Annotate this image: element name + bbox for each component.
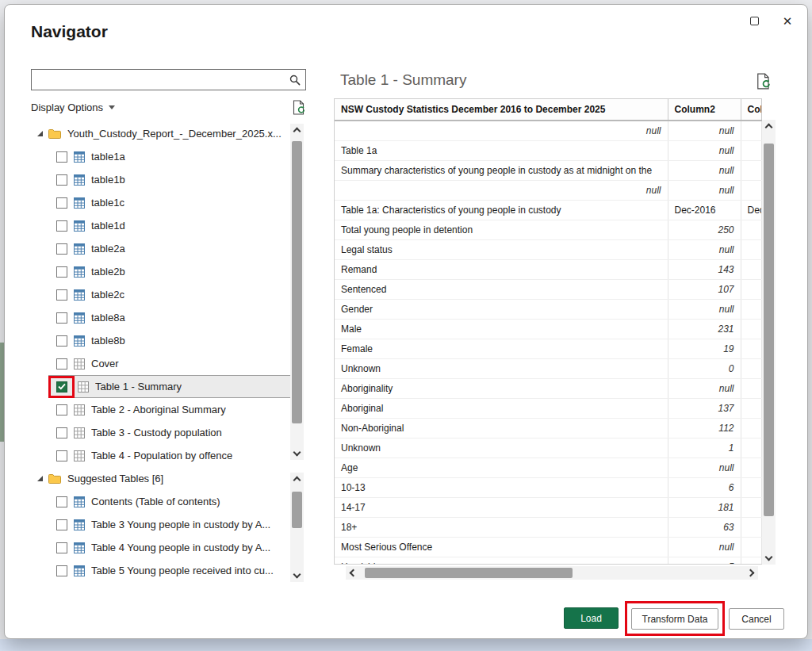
tree-item-table2a[interactable]: table2a	[31, 237, 291, 260]
tree-item-contents-table-of-contents[interactable]: Contents (Table of contents)	[31, 490, 291, 513]
scrollbar-thumb[interactable]	[764, 144, 774, 516]
tree-item-table-4-young-people-in-custody-by-a[interactable]: Table 4 Young people in custody by A...	[31, 536, 291, 559]
checkbox[interactable]	[56, 519, 67, 530]
preview-row: 18+63	[335, 518, 761, 538]
preview-cell: Unknown	[335, 438, 668, 458]
maximize-button[interactable]	[744, 11, 764, 30]
load-button[interactable]: Load	[564, 607, 619, 629]
preview-row: 14-17181	[335, 498, 761, 518]
tree-scrollbar-lower[interactable]	[290, 473, 304, 582]
preview-cell	[741, 320, 761, 339]
checkbox[interactable]	[56, 243, 67, 255]
scroll-up-icon[interactable]	[762, 120, 776, 132]
preview-cell: Male	[335, 320, 668, 339]
checkbox[interactable]	[56, 358, 67, 370]
tree-item-table1a[interactable]: table1a	[31, 145, 291, 168]
scroll-up-icon[interactable]	[290, 473, 304, 485]
tree-item-label: Table 3 Young people in custody by A...	[91, 519, 270, 530]
preview-cell: 112	[668, 419, 741, 438]
checkbox[interactable]	[56, 565, 67, 576]
preview-row: Table 1a: Characteristics of young peopl…	[335, 201, 761, 220]
scrollbar-thumb[interactable]	[292, 141, 302, 423]
tree-item-table-1-summary[interactable]: Table 1 - Summary	[48, 375, 291, 398]
table-icon	[74, 266, 85, 278]
checkbox[interactable]	[56, 289, 67, 301]
checkbox[interactable]	[56, 404, 67, 415]
search-input[interactable]	[32, 70, 285, 90]
preview-horizontal-scrollbar[interactable]	[346, 566, 758, 580]
preview-row: 10-136	[335, 478, 761, 498]
checkbox[interactable]	[56, 151, 67, 163]
preview-row: Aboriginalitynull	[335, 379, 761, 399]
preview-cell: Table 1a: Characteristics of young peopl…	[335, 201, 668, 220]
preview-cell: null	[335, 121, 668, 141]
preview-vertical-scrollbar[interactable]	[762, 120, 776, 565]
preview-row: nullnull	[335, 121, 761, 141]
scroll-down-icon[interactable]	[290, 569, 304, 582]
preview-cell: Remand	[335, 260, 668, 280]
checkbox[interactable]	[56, 381, 67, 393]
tree-item-table8a[interactable]: table8a	[31, 306, 291, 329]
search-box	[31, 69, 306, 90]
tree-item-table-4-population-by-offence[interactable]: Table 4 - Population by offence	[31, 444, 291, 467]
tree-item-label: table2a	[91, 243, 125, 255]
checkbox[interactable]	[56, 220, 67, 232]
table-icon	[74, 496, 85, 507]
checkbox[interactable]	[56, 542, 67, 553]
scroll-left-icon[interactable]	[346, 566, 358, 580]
tree-item-table8b[interactable]: table8b	[31, 329, 291, 352]
checkbox[interactable]	[56, 450, 67, 461]
tree-item-table-2-aboriginal-summary[interactable]: Table 2 - Aboriginal Summary	[31, 398, 291, 421]
checkbox[interactable]	[56, 427, 67, 438]
preview-cell: Table 1a	[335, 141, 668, 161]
preview-cell: Unknown	[335, 359, 668, 379]
expander-icon[interactable]	[37, 131, 43, 136]
preview-row: Unknown1	[335, 438, 761, 458]
checkbox[interactable]	[56, 197, 67, 209]
transform-data-button[interactable]: Transform Data	[631, 608, 718, 630]
scroll-down-icon[interactable]	[290, 447, 304, 460]
chevron-down-icon[interactable]	[109, 105, 115, 109]
expander-icon[interactable]	[37, 476, 43, 481]
preview-cell: 250	[668, 220, 741, 240]
preview-row: Homicide5	[335, 557, 761, 565]
preview-cell	[741, 240, 761, 260]
tree-item-table1d[interactable]: table1d	[31, 214, 291, 237]
folder-icon	[48, 473, 61, 484]
checkbox[interactable]	[56, 496, 67, 507]
checkbox[interactable]	[56, 266, 67, 278]
preview-cell: null	[668, 121, 741, 141]
tree-item-table1b[interactable]: table1b	[31, 168, 291, 191]
preview-cell: 181	[668, 498, 741, 518]
folder-label: Youth_Custody_Report_-_December_2025.x..…	[67, 128, 282, 140]
checkbox[interactable]	[56, 312, 67, 324]
tree-item-cover[interactable]: Cover	[31, 352, 291, 375]
preview-cell	[741, 557, 761, 565]
tree-item-table-3-young-people-in-custody-by-a[interactable]: Table 3 Young people in custody by A...	[31, 513, 291, 536]
tree-item-table2c[interactable]: table2c	[31, 283, 291, 306]
scroll-down-icon[interactable]	[762, 552, 776, 565]
scrollbar-thumb[interactable]	[292, 492, 302, 528]
scroll-right-icon[interactable]	[745, 566, 758, 580]
tree-item-table1c[interactable]: table1c	[31, 191, 291, 214]
tree-folder-suggested-tables-6[interactable]: Suggested Tables [6]	[31, 467, 291, 490]
display-options-dropdown[interactable]: Display Options	[31, 101, 103, 113]
tree-item-table2b[interactable]: table2b	[31, 260, 291, 283]
cancel-button[interactable]: Cancel	[729, 608, 784, 630]
tree-item-table-3-custody-population[interactable]: Table 3 - Custody population	[31, 421, 291, 444]
tree-scrollbar-upper[interactable]	[290, 124, 304, 460]
preview-cell: Total young people in detention	[335, 220, 668, 240]
scrollbar-thumb[interactable]	[365, 568, 573, 578]
preview-row: Table 1anull	[335, 141, 761, 161]
refresh-icon[interactable]	[293, 100, 306, 115]
tree-folder-youth-custody-report-december-2025-x[interactable]: Youth_Custody_Report_-_December_2025.x..…	[31, 122, 291, 145]
search-icon[interactable]	[285, 75, 305, 86]
tree-item-table-5-young-people-received-into-cu[interactable]: Table 5 Young people received into cu...	[31, 559, 291, 582]
close-button[interactable]: ✕	[777, 11, 798, 30]
checkbox[interactable]	[56, 174, 67, 186]
scroll-up-icon[interactable]	[290, 124, 304, 136]
preview-cell	[741, 379, 761, 399]
checkbox[interactable]	[56, 335, 67, 347]
preview-refresh-icon[interactable]	[756, 73, 772, 90]
preview-row: Sentenced107	[335, 280, 761, 300]
